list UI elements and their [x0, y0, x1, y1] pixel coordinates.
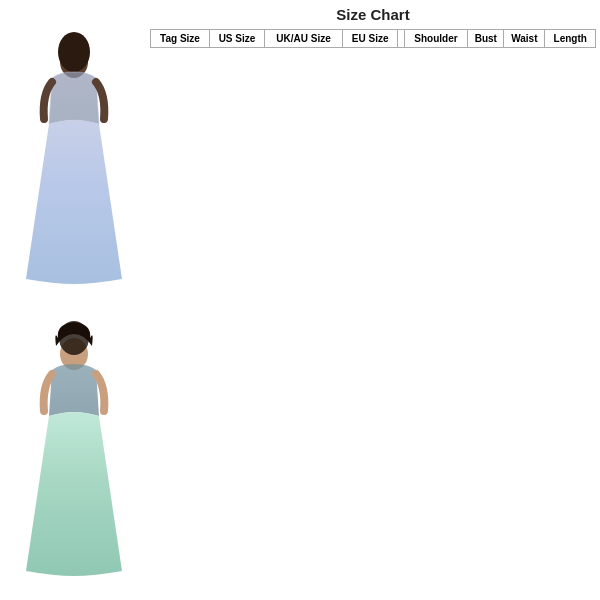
main-container: Size Chart Tag Size US Size UK/AU Size E… — [0, 0, 600, 600]
header-ukau-size: UK/AU Size — [264, 30, 342, 48]
header-shoulder: Shoulder — [404, 30, 468, 48]
size-chart-table: Tag Size US Size UK/AU Size EU Size Shou… — [150, 29, 596, 48]
svg-point-3 — [59, 321, 89, 355]
header-tag-size: Tag Size — [151, 30, 210, 48]
chart-panel: Size Chart Tag Size US Size UK/AU Size E… — [148, 0, 600, 600]
table-header-row: Tag Size US Size UK/AU Size EU Size Shou… — [151, 30, 596, 48]
image-panel — [0, 0, 148, 600]
svg-point-1 — [58, 32, 90, 72]
chart-title: Size Chart — [150, 6, 596, 23]
header-length: Length — [545, 30, 596, 48]
dress-image-bottom — [14, 316, 134, 576]
header-bust: Bust — [468, 30, 504, 48]
header-eu-size: EU Size — [343, 30, 398, 48]
dress-image-top — [14, 24, 134, 284]
header-waist: Waist — [504, 30, 545, 48]
header-us-size: US Size — [210, 30, 265, 48]
header-unit — [398, 30, 405, 48]
